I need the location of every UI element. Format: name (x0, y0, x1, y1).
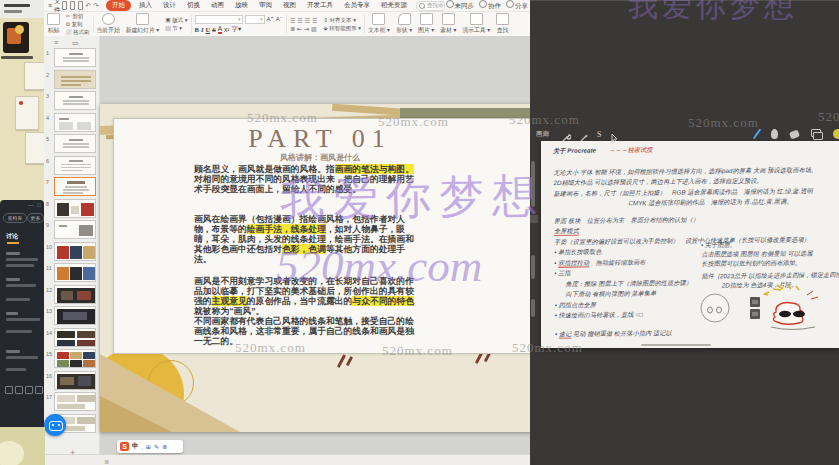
paste-button[interactable]: 粘贴 (44, 13, 63, 35)
smudge-tool-icon[interactable] (771, 129, 778, 139)
grow-font-button[interactable]: A⁺ (267, 15, 274, 24)
current-slide[interactable]: PART 01 风格讲解：画风是什么 顾名思义，画风就是做画的风格。指画画的笔法… (100, 104, 530, 432)
drawing-canvas[interactable]: 关于 Procreate ～～～独家试摸 无论大小 字体 智能 环境，如何根据软… (541, 141, 839, 348)
columns-icon[interactable]: ▥ (311, 25, 317, 32)
cut-button[interactable]: ✂ 剪切 (66, 13, 90, 20)
chat-image-icon[interactable] (15, 386, 23, 394)
chat-window-icon[interactable] (35, 386, 43, 394)
ime-keyboard-icon[interactable]: ⊞ (146, 443, 151, 450)
tab-切换[interactable]: 切换 (184, 0, 203, 11)
ime-pen-icon[interactable]: ✎ (154, 443, 159, 450)
picture-button[interactable]: 图片 ▾ (415, 13, 437, 35)
layout-button[interactable]: ▣ 版式 ▾ (165, 17, 187, 24)
slide-thumbnail-3[interactable]: 3 (44, 91, 99, 111)
slide-thumbnail-14[interactable]: 14 (44, 328, 99, 348)
chat-library-button[interactable]: 资料库 (3, 213, 27, 223)
desktop-file-card[interactable] (15, 96, 39, 130)
text-box-button[interactable]: 文本框 ▾ (365, 13, 393, 35)
save-icon[interactable] (62, 1, 67, 10)
align-text-button[interactable]: ⇕ 对齐文本 ▾ (323, 17, 361, 24)
tab-稻壳资源[interactable]: 稻壳资源 (378, 0, 410, 11)
ime-toolbox-icon[interactable]: ≣ (162, 443, 167, 450)
slide-paragraph[interactable]: 画风在绘画界（包括漫画）指绘画风格，包括作者对人物，布景等的绘画手法，线条处理，… (194, 214, 418, 264)
chat-more-button[interactable]: 更多 (27, 213, 44, 223)
status-menu-icon[interactable]: ≣ (104, 458, 109, 465)
align-left-icon[interactable]: ☰ (290, 17, 295, 24)
tab-插入[interactable]: 插入 (136, 0, 155, 11)
slide-subtitle[interactable]: 风格讲解：画风是什么 (200, 152, 440, 163)
bold-button[interactable]: B (195, 26, 199, 33)
chat-history-icon[interactable] (25, 386, 33, 394)
command-search-input[interactable]: 查找命令，搜索模板 (416, 1, 446, 11)
smart-graphic-button[interactable]: ⬙ 转智能图形 ▾ (323, 25, 361, 32)
superscript-button[interactable]: x² (224, 26, 229, 33)
justify-icon[interactable]: ☰ (312, 17, 317, 24)
align-center-icon[interactable]: ☰ (297, 17, 302, 24)
find-button[interactable]: 查找 (493, 13, 512, 35)
slide-thumbnail-1[interactable]: 1 (44, 48, 99, 68)
indent-decrease-icon[interactable]: ⇤ (297, 25, 302, 32)
shrink-font-button[interactable]: A⁻ (276, 15, 283, 24)
brush-tool-icon[interactable] (753, 128, 762, 139)
share-button[interactable]: 分享 (506, 0, 528, 11)
sync-status[interactable]: 未同步 (446, 0, 475, 11)
menu-hamburger-icon[interactable]: ≡ (48, 2, 52, 9)
canvas-scrollbar[interactable] (641, 344, 711, 346)
tab-视图[interactable]: 视图 (280, 0, 299, 11)
font-family-select[interactable]: ▾ (195, 15, 243, 24)
copy-button[interactable]: ⧉ 复制 (66, 21, 90, 28)
layers-icon[interactable] (811, 129, 821, 139)
font-color-button[interactable]: A (218, 25, 222, 34)
strikethrough-button[interactable]: S (212, 26, 216, 33)
slide-thumbnail-17[interactable]: 17 (44, 392, 99, 412)
slide-thumbnail-4[interactable]: 4 (44, 113, 99, 133)
ime-punctuation-icon[interactable]: ‚ (142, 444, 143, 450)
ime-mode-chinese[interactable]: 中 (132, 442, 139, 451)
shape-button[interactable]: 形状 ▾ (393, 13, 415, 35)
desktop-file-card[interactable] (24, 62, 46, 90)
italic-button[interactable]: I (201, 26, 204, 33)
brush-size-slider[interactable] (531, 161, 535, 207)
slide-title[interactable]: PART 01 (200, 124, 440, 154)
slide-thumbnail-9[interactable]: 9 (44, 220, 99, 240)
slide-thumbnail-6[interactable]: 6 (44, 156, 99, 176)
tab-动画[interactable]: 动画 (208, 0, 227, 11)
slide-thumbnail-15[interactable]: 15 (44, 349, 99, 369)
panel-view-toggles[interactable]: ≡ ▭ (54, 39, 85, 47)
chat-window-controls[interactable]: — □ (28, 202, 42, 208)
chat-tab-discussion[interactable]: 讨论 (6, 232, 18, 241)
redo-icon[interactable]: ↷ (93, 2, 99, 10)
tab-会员专享[interactable]: 会员专享 (341, 0, 373, 11)
new-slide-button[interactable]: 新建幻灯片 ▾ (123, 13, 163, 35)
tab-开始[interactable]: 开始 (106, 0, 131, 11)
highlight-button[interactable]: 字▾ (232, 25, 242, 34)
transform-arrow-icon[interactable] (609, 129, 619, 139)
slide-thumbnail-5[interactable]: 5 (44, 134, 99, 154)
indent-increase-icon[interactable]: ⇥ (304, 25, 309, 32)
eraser-tool-icon[interactable] (789, 129, 800, 139)
wps-ai-assistant-button[interactable] (44, 414, 66, 436)
section-button[interactable]: ▤ 节 ▾ (165, 25, 187, 32)
slide-thumbnail-7[interactable]: 7 (44, 177, 99, 197)
slide-paragraph[interactable]: 顾名思义，画风就是做画的风格。指画画的笔法与构图。对相同的意境用不同的风格表现出… (194, 164, 418, 194)
slide-thumbnail-11[interactable]: 11 (44, 263, 99, 283)
slide-thumbnail-13[interactable]: 13 (44, 306, 99, 326)
selection-tool-icon[interactable]: S (597, 130, 601, 139)
align-right-icon[interactable]: ☰ (305, 17, 310, 24)
line-spacing-icon[interactable]: ≣ (290, 25, 295, 32)
tab-放映[interactable]: 放映 (232, 0, 251, 11)
collaborate-button[interactable]: 协作 (479, 0, 501, 11)
slide-thumbnail-16[interactable]: 16 (44, 371, 99, 391)
tab-设计[interactable]: 设计 (160, 0, 179, 11)
desktop-app-icon[interactable] (3, 22, 29, 53)
material-button[interactable]: 素材 ▾ (437, 13, 459, 35)
slide-thumbnail-8[interactable]: 8 (44, 199, 99, 219)
brush-opacity-slider[interactable] (531, 255, 535, 279)
play-from-current-button[interactable]: 当前开始 (94, 13, 123, 35)
adjustments-wand-icon[interactable] (579, 129, 589, 139)
gallery-button[interactable]: 画廊 (536, 130, 549, 139)
undo-icon[interactable]: ↶ (85, 2, 91, 10)
demo-tools-button[interactable]: 演示工具 ▾ (459, 13, 493, 35)
chat-emoji-icon[interactable] (5, 386, 13, 394)
tab-审阅[interactable]: 审阅 (256, 0, 275, 11)
